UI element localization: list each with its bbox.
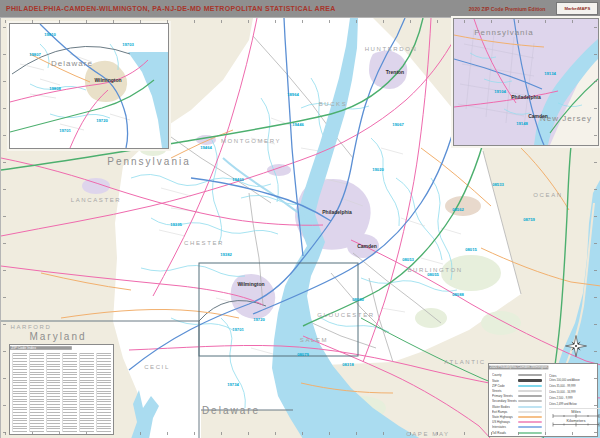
zip-label: 19335	[170, 222, 182, 227]
zip-label: 08318	[342, 362, 354, 367]
inset-label: Pennsylvania	[474, 28, 534, 37]
zip-label: 19734	[227, 382, 239, 387]
state-label: Delaware	[202, 405, 260, 416]
inset-label: Camden	[528, 113, 548, 119]
inset-label: 19703	[122, 42, 134, 47]
legend-label: Streets	[492, 389, 505, 392]
legend-city-classes: Cities Cities 100,000 and AboveCity Citi…	[545, 373, 600, 435]
scale-km-label: Kilometers	[567, 418, 586, 423]
page-title: PHILADELPHIA-CAMDEN-WILMINGTON, PA-NJ-DE…	[0, 5, 336, 12]
frame-ticks-right	[594, 22, 597, 433]
developed-patch	[445, 196, 481, 216]
scale-bars: Miles Kilometers	[549, 408, 600, 431]
county-label: OCEAN	[533, 192, 562, 198]
city-class-label: Cities 2,500 - 9,999	[549, 397, 572, 400]
legend-line-sample	[518, 374, 542, 376]
legend-label: US Highways	[492, 421, 505, 424]
county-label: LANCASTER	[71, 197, 121, 203]
frame-ticks-top	[5, 20, 595, 23]
legend-line-sample	[518, 390, 542, 392]
legend-label: Secondary Streets	[492, 400, 505, 403]
inset-label: Delaware	[51, 59, 93, 68]
inset-label: 19104	[494, 89, 506, 94]
inset-label: 19810	[44, 32, 56, 37]
legend-line-sample	[518, 395, 542, 397]
county-label: HUNTERDON	[365, 46, 418, 52]
zip-index-column	[62, 353, 77, 432]
zip-label: 08533	[492, 182, 504, 187]
edition-label: 2020 ZIP Code Premium Edition	[469, 6, 546, 11]
header-bar: PHILADELPHIA-CAMDEN-WILMINGTON, PA-NJ-DE…	[0, 0, 600, 17]
county-label: SALEM	[300, 337, 328, 343]
zip-label: 08079	[297, 352, 309, 357]
zip-index-column	[29, 353, 44, 432]
city-label: Wilmington	[237, 281, 264, 287]
scale-miles-label: Miles	[571, 409, 580, 414]
legend-line-sample	[518, 421, 542, 423]
map-legend: 2020 Philadelphia-Camden-Wilmington, PA-…	[488, 363, 598, 437]
county-label: MONTGOMERY	[221, 138, 281, 144]
inset-label: Wilmington	[94, 77, 121, 83]
county-label: CHESTER	[184, 240, 224, 246]
legend-label: County	[492, 374, 505, 377]
zip-index-column	[96, 353, 111, 432]
zip-index-body	[10, 351, 113, 434]
legend-label: Exit Ramps	[492, 410, 505, 413]
zip-label: 19446	[292, 122, 304, 127]
legend-line-sample	[518, 416, 542, 418]
legend-line-sample	[518, 400, 542, 402]
zip-index-column	[79, 353, 94, 432]
logo-text: MarketMAPS	[564, 6, 590, 10]
inset-map-philadelphia: PennsylvaniaNew JerseyPhiladelphiaCamden…	[453, 18, 599, 146]
inset-label: 19148	[516, 121, 528, 126]
publisher-logo: MarketMAPS	[556, 2, 598, 15]
city-class-label: Cities 10,000 - 34,999	[549, 391, 575, 394]
city-label: Philadelphia	[322, 209, 352, 215]
legend-line-sample	[518, 411, 542, 413]
county-label: HARFORD	[11, 324, 52, 330]
zip-label: 19382	[220, 252, 232, 257]
city-class-label: Cities 2,499 and Below	[549, 403, 577, 406]
zip-label: 08759	[523, 217, 535, 222]
zip-label: 18964	[287, 92, 299, 97]
legend-line-sample	[518, 406, 542, 408]
zip-label: 08080	[352, 297, 364, 302]
inset-label: 19701	[59, 128, 71, 133]
legend-line-sample	[518, 385, 542, 387]
county-label: BUCKS	[319, 101, 348, 107]
frame-ticks-bottom	[5, 432, 595, 435]
zip-label: 19720	[253, 317, 265, 322]
zip-label: 08088	[452, 292, 464, 297]
legend-label: Interstates	[492, 426, 505, 429]
legend-line-sample	[518, 426, 542, 428]
zip-label: 19464	[200, 145, 212, 150]
inset-label: 19808	[49, 86, 61, 91]
inset-label: 19807	[29, 52, 41, 57]
county-label: ATLANTIC	[444, 359, 485, 365]
legend-line-sample	[518, 379, 542, 382]
legend-label: State	[492, 379, 505, 382]
zip-label: 19460	[232, 177, 244, 182]
zip-label: 19701	[232, 327, 244, 332]
map-poster: PHILADELPHIA-CAMDEN-WILMINGTON, PA-NJ-DE…	[0, 0, 600, 438]
city-class-label: Cities 35,000 - 99,999	[549, 385, 575, 388]
map-canvas: 1946419460193351938218964194461906719020…	[0, 17, 600, 438]
zip-label: 19067	[392, 122, 404, 127]
legend-title: 2020 Philadelphia-Camden-Wilmington, PA-…	[489, 366, 548, 370]
inset-label: 19134	[544, 71, 556, 76]
inset-label: Philadelphia	[511, 94, 541, 100]
state-label: Maryland	[29, 331, 86, 342]
legend-label: State Highways	[492, 416, 505, 419]
legend-cities-header: Cities	[549, 374, 590, 376]
legend-label: Water Bodies	[492, 405, 505, 408]
frame-ticks-left	[3, 22, 6, 433]
inset-philadelphia-svg: PennsylvaniaNew JerseyPhiladelphiaCamden…	[454, 19, 598, 145]
inset-map-delaware: DelawareWilmington1981019807198081970319…	[9, 23, 169, 149]
zip-label: 08015	[465, 247, 477, 252]
scale-bar-svg: Miles Kilometers	[549, 409, 600, 427]
zip-index-header: ZIP Code Index	[10, 346, 72, 350]
zip-index-column	[46, 353, 61, 432]
zip-index-column	[12, 353, 27, 432]
county-label: CECIL	[144, 364, 170, 370]
inset-label: 19720	[96, 118, 108, 123]
